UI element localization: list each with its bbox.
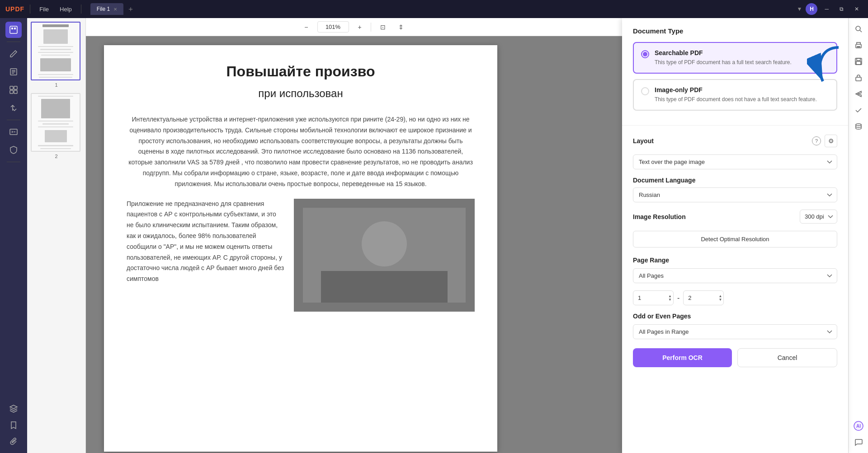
right-ai-icon[interactable]: AI	[851, 419, 866, 433]
page-range-select[interactable]: All Pages Current Page Custom Range	[633, 268, 837, 283]
page-to-wrapper: ▲ ▼	[683, 290, 724, 305]
zoom-in-button[interactable]: +	[354, 22, 365, 33]
svg-text:AI: AI	[856, 424, 861, 429]
page-to-input[interactable]	[683, 290, 724, 305]
language-select[interactable]: Russian	[633, 187, 837, 202]
user-avatar[interactable]: H	[806, 3, 817, 15]
image-only-pdf-desc: This type of PDF document does not have …	[655, 95, 817, 103]
sidebar-divider-1	[7, 42, 20, 42]
left-sidebar	[0, 18, 27, 453]
svg-rect-7	[10, 86, 13, 89]
sidebar-icon-home[interactable]	[5, 22, 22, 38]
divider-1	[30, 5, 30, 14]
page-from-input[interactable]	[633, 290, 674, 305]
svg-point-18	[856, 26, 860, 31]
sidebar-divider-3	[7, 162, 20, 162]
fit-page-button[interactable]: ⊡	[377, 22, 389, 33]
page-range-section: Page Range All Pages Current Page Custom…	[633, 257, 837, 305]
right-print-icon[interactable]	[851, 38, 866, 52]
detect-resolution-button[interactable]: Detect Optimal Resolution	[633, 231, 837, 248]
document-language-label: Document Language	[633, 177, 837, 184]
fit-width-button[interactable]: ⇕	[395, 22, 407, 33]
resolution-row: Image Resolution 72 dpi 150 dpi 300 dpi …	[633, 210, 837, 224]
svg-line-19	[860, 30, 862, 32]
right-chat-icon[interactable]	[851, 435, 866, 449]
svg-rect-1	[11, 28, 13, 29]
close-button[interactable]: ✕	[851, 4, 863, 14]
right-check-icon[interactable]	[851, 103, 866, 117]
svg-rect-8	[14, 86, 17, 89]
image-only-pdf-radio[interactable]	[641, 87, 649, 95]
searchable-pdf-info: Searchable PDF This type of PDF document…	[655, 49, 792, 66]
page-range-dash: -	[677, 294, 679, 302]
searchable-pdf-radio[interactable]	[641, 50, 649, 58]
sidebar-icon-bookmark[interactable]	[5, 417, 22, 433]
app-logo: UPDF	[5, 5, 24, 13]
page-to-arrows: ▲ ▼	[718, 294, 722, 302]
layout-section: Layout ? ⚙ Text over the page image Text…	[622, 126, 848, 376]
image-only-pdf-info: Image-only PDF This type of PDF document…	[655, 86, 817, 103]
tab-label: File 1	[97, 6, 110, 12]
sidebar-icon-annotate[interactable]	[5, 64, 22, 80]
odd-even-select[interactable]: All Pages in Range Odd Pages Only Even P…	[633, 324, 837, 339]
layout-select-wrapper: Text over the page image Text under the …	[633, 154, 837, 169]
thumbnail-panel: 1 2	[27, 18, 86, 453]
image-only-pdf-option[interactable]: Image-only PDF This type of PDF document…	[633, 79, 837, 111]
layout-help-icon[interactable]: ?	[812, 136, 821, 145]
odd-even-section: Odd or Even Pages All Pages in Range Odd…	[633, 313, 837, 339]
pdf-canvas: Повышайте произво при использован Интелл…	[86, 36, 622, 453]
right-share-icon[interactable]	[851, 87, 866, 101]
searchable-pdf-label: Searchable PDF	[655, 49, 792, 56]
page-from-down[interactable]: ▼	[668, 298, 672, 302]
tab-close-icon[interactable]: ✕	[113, 7, 117, 12]
sidebar-bottom	[5, 401, 22, 449]
layout-row: Layout ? ⚙	[633, 135, 837, 147]
cancel-button[interactable]: Cancel	[737, 348, 837, 367]
sidebar-icon-protect[interactable]	[5, 142, 22, 158]
minimize-button[interactable]: ─	[821, 4, 832, 14]
perform-ocr-button[interactable]: Perform OCR	[633, 348, 732, 367]
sidebar-icon-convert[interactable]	[5, 100, 22, 116]
svg-rect-17	[321, 271, 448, 303]
sidebar-icon-edit[interactable]	[5, 46, 22, 62]
sidebar-icon-organize[interactable]	[5, 82, 22, 98]
dropdown-icon[interactable]: ▼	[797, 6, 802, 12]
right-save-icon[interactable]	[851, 54, 866, 69]
svg-rect-23	[857, 58, 860, 61]
menu-file[interactable]: File	[36, 4, 52, 14]
image-only-pdf-label: Image-only PDF	[655, 86, 817, 93]
restore-button[interactable]: ⧉	[836, 4, 847, 14]
tab-area: File 1 ✕ ＋	[90, 3, 793, 15]
thumbnail-page-2[interactable]: 2	[31, 93, 82, 159]
right-search-icon[interactable]	[851, 22, 866, 36]
thumbnail-page-1[interactable]: 1	[31, 22, 82, 88]
right-sidebar: AI	[848, 18, 868, 453]
sidebar-icon-layers[interactable]	[5, 401, 22, 417]
pdf-body1: Интеллектуальные устройства и интернет-п…	[127, 114, 475, 190]
right-lock-icon[interactable]	[851, 70, 866, 85]
language-select-wrapper: Russian	[633, 187, 837, 202]
page-to-down[interactable]: ▼	[718, 298, 722, 302]
menu-help[interactable]: Help	[56, 4, 75, 14]
right-storage-icon[interactable]	[851, 119, 866, 134]
resolution-select[interactable]: 72 dpi 150 dpi 300 dpi 600 dpi	[800, 210, 837, 224]
svg-rect-25	[856, 77, 861, 81]
layout-settings-icon[interactable]: ⚙	[825, 135, 837, 147]
zoom-out-button[interactable]: −	[301, 22, 311, 33]
action-buttons: Perform OCR Cancel	[633, 348, 837, 367]
svg-rect-9	[10, 90, 13, 93]
pdf-body2: Приложение не предназначено для сравнени…	[127, 199, 285, 303]
tab-file1[interactable]: File 1 ✕	[90, 3, 123, 15]
odd-even-select-wrapper: All Pages in Range Odd Pages Only Even P…	[633, 324, 837, 339]
pdf-image	[294, 199, 475, 312]
thumbnail-page-1-num: 1	[31, 82, 82, 88]
sidebar-icon-ocr[interactable]	[5, 124, 22, 140]
tab-add-icon[interactable]: ＋	[123, 5, 138, 14]
zoom-display[interactable]: 101%	[317, 21, 349, 33]
document-type-title: Document Type	[633, 27, 837, 35]
thumbnail-page-2-num: 2	[31, 154, 82, 159]
searchable-pdf-option[interactable]: Searchable PDF This type of PDF document…	[633, 42, 837, 74]
sidebar-icon-attachment[interactable]	[5, 433, 22, 449]
layout-select[interactable]: Text over the page image Text under the …	[633, 154, 837, 169]
page-range-select-wrapper: All Pages Current Page Custom Range	[633, 268, 837, 283]
